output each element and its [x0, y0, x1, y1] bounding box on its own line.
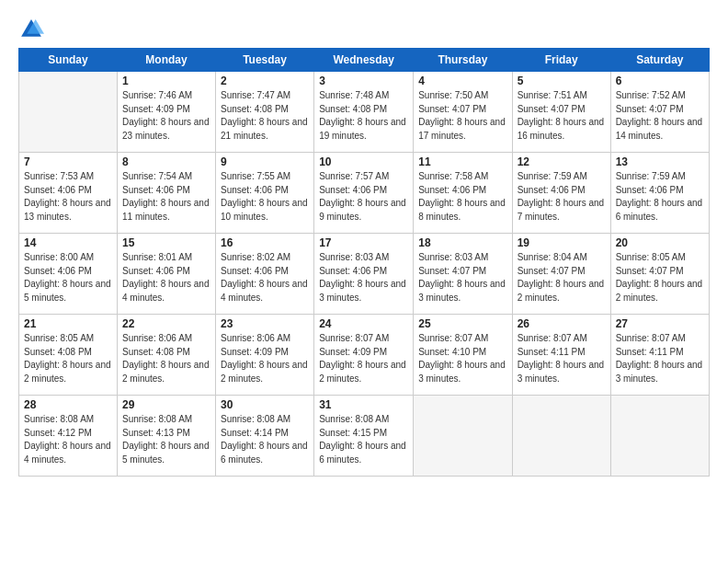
day-info: Sunrise: 7:59 AMSunset: 4:06 PMDaylight:… [518, 170, 606, 224]
day-info: Sunrise: 8:03 AMSunset: 4:06 PMDaylight:… [319, 251, 408, 304]
week-row-5: 28Sunrise: 8:08 AMSunset: 4:12 PMDayligh… [19, 396, 710, 477]
calendar-cell: 9Sunrise: 7:55 AMSunset: 4:06 PMDaylight… [216, 153, 314, 234]
day-info: Sunrise: 8:06 AMSunset: 4:08 PMDaylight:… [122, 332, 210, 385]
calendar-cell: 25Sunrise: 8:07 AMSunset: 4:10 PMDayligh… [414, 315, 512, 396]
day-number: 11 [418, 155, 506, 168]
day-info: Sunrise: 8:01 AMSunset: 4:06 PMDaylight:… [122, 251, 210, 304]
calendar-cell: 20Sunrise: 8:05 AMSunset: 4:07 PMDayligh… [610, 234, 709, 315]
day-info: Sunrise: 7:53 AMSunset: 4:06 PMDaylight:… [24, 170, 112, 224]
calendar-cell [610, 396, 709, 477]
day-number: 23 [221, 317, 309, 330]
calendar-cell: 6Sunrise: 7:52 AMSunset: 4:07 PMDaylight… [610, 72, 709, 153]
calendar-cell: 13Sunrise: 7:59 AMSunset: 4:06 PMDayligh… [610, 153, 709, 234]
day-number: 20 [616, 236, 704, 249]
day-number: 10 [319, 155, 408, 168]
calendar-table: SundayMondayTuesdayWednesdayThursdayFrid… [18, 48, 710, 477]
calendar-cell: 23Sunrise: 8:06 AMSunset: 4:09 PMDayligh… [216, 315, 314, 396]
day-info: Sunrise: 8:07 AMSunset: 4:09 PMDaylight:… [319, 332, 408, 385]
day-info: Sunrise: 8:05 AMSunset: 4:08 PMDaylight:… [24, 332, 112, 385]
day-info: Sunrise: 7:54 AMSunset: 4:06 PMDaylight:… [122, 170, 210, 224]
day-number: 3 [319, 75, 408, 87]
calendar-cell: 7Sunrise: 7:53 AMSunset: 4:06 PMDaylight… [19, 153, 118, 234]
calendar-cell: 30Sunrise: 8:08 AMSunset: 4:14 PMDayligh… [216, 396, 314, 477]
week-row-1: 1Sunrise: 7:46 AMSunset: 4:09 PMDaylight… [19, 72, 710, 153]
day-info: Sunrise: 8:00 AMSunset: 4:06 PMDaylight:… [24, 251, 112, 304]
calendar-cell: 3Sunrise: 7:48 AMSunset: 4:08 PMDaylight… [314, 72, 414, 153]
calendar-cell: 15Sunrise: 8:01 AMSunset: 4:06 PMDayligh… [117, 234, 215, 315]
day-number: 28 [24, 398, 112, 411]
calendar-cell: 4Sunrise: 7:50 AMSunset: 4:07 PMDaylight… [414, 72, 512, 153]
calendar-cell: 12Sunrise: 7:59 AMSunset: 4:06 PMDayligh… [512, 153, 610, 234]
day-number: 26 [518, 317, 606, 330]
calendar-cell: 5Sunrise: 7:51 AMSunset: 4:07 PMDaylight… [512, 72, 610, 153]
logo [18, 17, 48, 42]
day-info: Sunrise: 7:55 AMSunset: 4:06 PMDaylight:… [221, 170, 309, 224]
calendar-cell: 10Sunrise: 7:57 AMSunset: 4:06 PMDayligh… [314, 153, 414, 234]
week-row-3: 14Sunrise: 8:00 AMSunset: 4:06 PMDayligh… [19, 234, 710, 315]
day-number: 1 [122, 75, 210, 87]
day-number: 9 [221, 155, 309, 168]
day-number: 16 [221, 236, 309, 249]
logo-icon [18, 17, 44, 42]
day-info: Sunrise: 7:57 AMSunset: 4:06 PMDaylight:… [319, 170, 408, 224]
calendar-cell: 31Sunrise: 8:08 AMSunset: 4:15 PMDayligh… [314, 396, 414, 477]
day-info: Sunrise: 8:07 AMSunset: 4:11 PMDaylight:… [518, 332, 606, 385]
day-number: 22 [122, 317, 210, 330]
calendar-cell: 19Sunrise: 8:04 AMSunset: 4:07 PMDayligh… [512, 234, 610, 315]
calendar-cell: 28Sunrise: 8:08 AMSunset: 4:12 PMDayligh… [19, 396, 118, 477]
day-number: 30 [221, 398, 309, 411]
day-info: Sunrise: 7:48 AMSunset: 4:08 PMDaylight:… [319, 89, 408, 143]
day-info: Sunrise: 8:08 AMSunset: 4:13 PMDaylight:… [122, 413, 210, 466]
day-number: 7 [24, 155, 112, 168]
week-row-4: 21Sunrise: 8:05 AMSunset: 4:08 PMDayligh… [19, 315, 710, 396]
day-number: 15 [122, 236, 210, 249]
calendar-cell: 21Sunrise: 8:05 AMSunset: 4:08 PMDayligh… [19, 315, 118, 396]
day-number: 17 [319, 236, 408, 249]
calendar-cell: 24Sunrise: 8:07 AMSunset: 4:09 PMDayligh… [314, 315, 414, 396]
day-info: Sunrise: 8:06 AMSunset: 4:09 PMDaylight:… [221, 332, 309, 385]
day-info: Sunrise: 8:07 AMSunset: 4:11 PMDaylight:… [616, 332, 704, 385]
week-row-2: 7Sunrise: 7:53 AMSunset: 4:06 PMDaylight… [19, 153, 710, 234]
day-info: Sunrise: 8:08 AMSunset: 4:12 PMDaylight:… [24, 413, 112, 466]
calendar-cell: 2Sunrise: 7:47 AMSunset: 4:08 PMDaylight… [216, 72, 314, 153]
day-header-saturday: Saturday [610, 49, 709, 72]
day-header-tuesday: Tuesday [216, 49, 314, 72]
day-info: Sunrise: 7:50 AMSunset: 4:07 PMDaylight:… [418, 89, 506, 143]
day-info: Sunrise: 8:02 AMSunset: 4:06 PMDaylight:… [221, 251, 309, 304]
calendar-cell [414, 396, 512, 477]
calendar-cell: 11Sunrise: 7:58 AMSunset: 4:06 PMDayligh… [414, 153, 512, 234]
calendar-cell: 27Sunrise: 8:07 AMSunset: 4:11 PMDayligh… [610, 315, 709, 396]
day-number: 8 [122, 155, 210, 168]
day-number: 18 [418, 236, 506, 249]
day-info: Sunrise: 8:04 AMSunset: 4:07 PMDaylight:… [518, 251, 606, 304]
day-header-friday: Friday [512, 49, 610, 72]
day-number: 5 [518, 75, 606, 87]
day-number: 4 [418, 75, 506, 87]
day-header-monday: Monday [117, 49, 215, 72]
page: SundayMondayTuesdayWednesdayThursdayFrid… [0, 0, 728, 563]
day-number: 2 [221, 75, 309, 87]
day-number: 12 [518, 155, 606, 168]
calendar-header-row: SundayMondayTuesdayWednesdayThursdayFrid… [19, 49, 710, 72]
day-number: 14 [24, 236, 112, 249]
day-number: 31 [319, 398, 408, 411]
calendar-cell: 22Sunrise: 8:06 AMSunset: 4:08 PMDayligh… [117, 315, 215, 396]
header [18, 17, 710, 42]
day-info: Sunrise: 7:59 AMSunset: 4:06 PMDaylight:… [616, 170, 704, 224]
day-number: 25 [418, 317, 506, 330]
day-info: Sunrise: 8:07 AMSunset: 4:10 PMDaylight:… [418, 332, 506, 385]
day-info: Sunrise: 8:03 AMSunset: 4:07 PMDaylight:… [418, 251, 506, 304]
calendar-cell [19, 72, 118, 153]
calendar-cell: 26Sunrise: 8:07 AMSunset: 4:11 PMDayligh… [512, 315, 610, 396]
day-number: 19 [518, 236, 606, 249]
day-number: 29 [122, 398, 210, 411]
day-header-thursday: Thursday [414, 49, 512, 72]
day-info: Sunrise: 8:05 AMSunset: 4:07 PMDaylight:… [616, 251, 704, 304]
calendar-cell: 16Sunrise: 8:02 AMSunset: 4:06 PMDayligh… [216, 234, 314, 315]
day-header-sunday: Sunday [19, 49, 118, 72]
day-info: Sunrise: 7:47 AMSunset: 4:08 PMDaylight:… [221, 89, 309, 143]
day-number: 21 [24, 317, 112, 330]
day-number: 13 [616, 155, 704, 168]
calendar-cell: 14Sunrise: 8:00 AMSunset: 4:06 PMDayligh… [19, 234, 118, 315]
calendar-cell [512, 396, 610, 477]
